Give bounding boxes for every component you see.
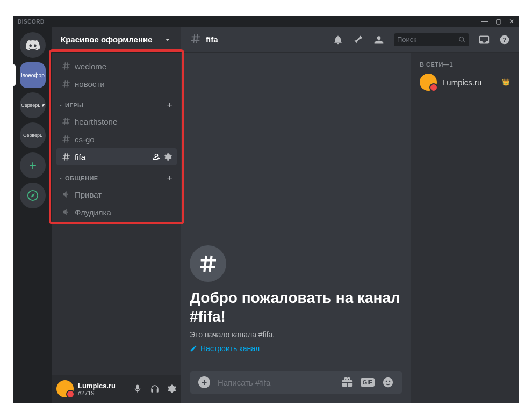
hash-icon [61, 117, 71, 126]
inbox-icon[interactable] [479, 34, 490, 45]
channel-csgo[interactable]: cs-go [56, 130, 177, 148]
members-sidebar: В СЕТИ—1 Lumpics.ru 👑 [411, 53, 519, 403]
add-server-button[interactable]: + [20, 152, 46, 178]
speaker-icon [61, 190, 71, 199]
attach-button[interactable]: + [198, 376, 210, 388]
welcome-title: Добро пожаловать на канал #fifa! [190, 288, 402, 326]
headphones-icon[interactable] [150, 384, 160, 394]
gift-icon[interactable] [341, 376, 353, 388]
bell-icon[interactable] [333, 34, 343, 45]
welcome-subtitle: Это начало канала #fifa. [190, 330, 402, 339]
messages-area: Добро пожаловать на канал #fifa! Это нач… [181, 53, 411, 403]
mic-icon[interactable] [133, 384, 142, 394]
svg-point-4 [386, 381, 387, 382]
category-chat[interactable]: ОБЩЕНИЕ + [56, 172, 177, 185]
pin-icon[interactable] [353, 34, 364, 45]
search-icon [458, 36, 466, 43]
hash-icon [190, 33, 202, 47]
app-brand: DISCORD [18, 19, 45, 25]
home-button[interactable] [20, 32, 46, 58]
help-icon[interactable]: ? [499, 34, 510, 45]
server-3[interactable]: СерверL [20, 122, 46, 148]
members-online-header: В СЕТИ—1 [415, 61, 514, 68]
hash-icon [61, 61, 71, 71]
hash-icon [61, 152, 71, 162]
gear-icon[interactable] [164, 152, 172, 161]
edit-channel-link[interactable]: Настроить канал [190, 344, 260, 353]
message-input[interactable]: + Написать #fifa GIF [190, 371, 402, 394]
chevron-down-icon [57, 102, 64, 108]
user-panel: Lumpics.ru #2719 [52, 375, 181, 403]
add-channel-button[interactable]: + [167, 100, 172, 111]
channel-fifa[interactable]: fifa [56, 148, 177, 165]
discover-button[interactable] [20, 183, 46, 208]
svg-point-3 [383, 377, 393, 387]
channel-hearthstone[interactable]: hearthstone [56, 113, 177, 130]
chevron-down-icon [57, 175, 64, 181]
user-info[interactable]: Lumpics.ru #2719 [78, 382, 133, 396]
voice-fludilka[interactable]: Флудилка [56, 204, 177, 221]
discord-logo-icon [25, 39, 40, 51]
server-rail: івоеофор СерверL.ғ СерверL + [13, 27, 52, 403]
search-input[interactable]: Поиск [394, 33, 469, 46]
emoji-icon[interactable] [382, 376, 394, 388]
window-maximize[interactable]: ▢ [495, 18, 501, 25]
channel-header: fifa Поиск ? [181, 27, 519, 53]
window-close[interactable]: ✕ [509, 18, 514, 25]
hash-icon [61, 79, 71, 89]
channel-weclome[interactable]: weclome [56, 57, 177, 75]
discord-window: DISCORD — ▢ ✕ івоеофор СерверL.ғ СерверL… [13, 16, 519, 403]
voice-privat[interactable]: Приват [56, 186, 177, 203]
user-avatar[interactable] [56, 380, 74, 397]
speaker-icon [61, 207, 71, 217]
category-games[interactable]: ИГРЫ + [56, 99, 177, 112]
gif-button[interactable]: GIF [361, 378, 375, 387]
add-channel-button[interactable]: + [167, 173, 172, 184]
channel-list: weclome новости ИГРЫ + hearthstone [52, 53, 181, 375]
channel-sidebar: Красивое оформление weclome новости ИГРЫ… [52, 27, 181, 403]
member-avatar [420, 74, 437, 91]
svg-text:?: ? [502, 36, 506, 43]
active-server-pill [11, 64, 16, 86]
hash-icon [61, 134, 71, 144]
server-header[interactable]: Красивое оформление [52, 27, 181, 53]
chevron-down-icon [163, 35, 172, 45]
gear-icon[interactable] [167, 384, 177, 394]
members-icon[interactable] [373, 34, 384, 45]
channel-welcome: Добро пожаловать на канал #fifa! Это нач… [190, 245, 402, 354]
crown-icon: 👑 [502, 78, 510, 86]
server-krasivoe[interactable]: івоеофор [20, 62, 46, 88]
pencil-icon [190, 345, 197, 352]
window-minimize[interactable]: — [481, 18, 488, 25]
member-row[interactable]: Lumpics.ru 👑 [415, 71, 514, 93]
server-2[interactable]: СерверL.ғ [20, 92, 46, 118]
svg-point-5 [389, 381, 390, 382]
compass-icon [27, 190, 39, 201]
channel-novosti[interactable]: новости [56, 75, 177, 92]
invite-icon[interactable] [152, 152, 161, 161]
main-area: fifa Поиск ? [181, 27, 519, 403]
hash-circle-icon [190, 245, 226, 282]
titlebar: DISCORD — ▢ ✕ [13, 16, 519, 27]
